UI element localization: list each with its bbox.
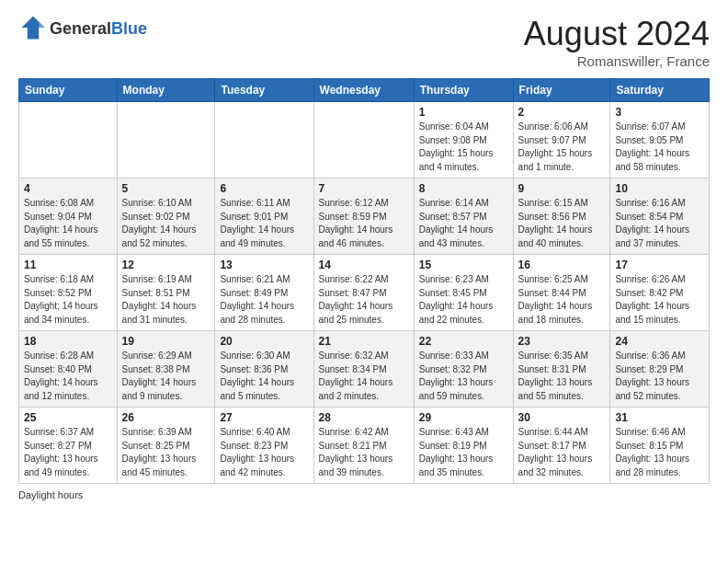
logo: GeneralBlue (18, 15, 147, 44)
calendar-week-5: 25Sunrise: 6:37 AMSunset: 8:27 PMDayligh… (19, 408, 710, 484)
calendar-cell: 28Sunrise: 6:42 AMSunset: 8:21 PMDayligh… (313, 408, 414, 484)
day-info: Sunrise: 6:22 AMSunset: 8:47 PMDaylight:… (319, 273, 409, 327)
title-block: August 2024 Romanswiller, France (524, 15, 710, 69)
day-number: 1 (419, 106, 508, 119)
calendar-cell: 1Sunrise: 6:04 AMSunset: 9:08 PMDaylight… (414, 102, 513, 178)
calendar-cell: 19Sunrise: 6:29 AMSunset: 8:38 PMDayligh… (117, 331, 215, 408)
day-info: Sunrise: 6:37 AMSunset: 8:27 PMDaylight:… (24, 426, 112, 479)
logo-icon (20, 15, 46, 40)
day-number: 16 (518, 259, 606, 271)
day-info: Sunrise: 6:18 AMSunset: 8:52 PMDaylight:… (24, 273, 112, 327)
calendar-cell: 6Sunrise: 6:11 AMSunset: 9:01 PMDaylight… (215, 178, 313, 255)
day-info: Sunrise: 6:40 AMSunset: 8:23 PMDaylight:… (220, 426, 308, 479)
calendar-header-row: SundayMondayTuesdayWednesdayThursdayFrid… (19, 79, 710, 102)
day-info: Sunrise: 6:29 AMSunset: 8:38 PMDaylight:… (122, 350, 210, 403)
day-info: Sunrise: 6:42 AMSunset: 8:21 PMDaylight:… (319, 426, 409, 479)
day-number: 2 (518, 106, 606, 119)
day-info: Sunrise: 6:39 AMSunset: 8:25 PMDaylight:… (122, 426, 210, 479)
calendar-cell: 12Sunrise: 6:19 AMSunset: 8:51 PMDayligh… (117, 255, 215, 331)
location: Romanswiller, France (524, 53, 710, 69)
day-number: 11 (24, 259, 112, 271)
day-number: 28 (319, 411, 409, 424)
day-info: Sunrise: 6:15 AMSunset: 8:56 PMDaylight:… (518, 197, 606, 250)
day-number: 23 (518, 335, 606, 348)
calendar-cell: 7Sunrise: 6:12 AMSunset: 8:59 PMDaylight… (313, 178, 414, 255)
day-number: 3 (615, 106, 704, 119)
day-info: Sunrise: 6:43 AMSunset: 8:19 PMDaylight:… (419, 426, 508, 479)
calendar-cell: 3Sunrise: 6:07 AMSunset: 9:05 PMDaylight… (610, 102, 710, 178)
day-number: 9 (518, 182, 606, 195)
day-number: 27 (220, 411, 308, 424)
calendar-cell: 31Sunrise: 6:46 AMSunset: 8:15 PMDayligh… (610, 408, 710, 484)
day-info: Sunrise: 6:23 AMSunset: 8:45 PMDaylight:… (419, 273, 508, 327)
calendar-header-wednesday: Wednesday (313, 79, 414, 102)
day-number: 10 (615, 182, 704, 195)
day-info: Sunrise: 6:06 AMSunset: 9:07 PMDaylight:… (518, 121, 606, 174)
calendar-cell (117, 102, 215, 178)
calendar-cell: 20Sunrise: 6:30 AMSunset: 8:36 PMDayligh… (215, 331, 313, 408)
day-info: Sunrise: 6:07 AMSunset: 9:05 PMDaylight:… (615, 121, 704, 174)
svg-marker-1 (39, 22, 44, 28)
calendar-cell: 11Sunrise: 6:18 AMSunset: 8:52 PMDayligh… (19, 255, 118, 331)
calendar-cell: 25Sunrise: 6:37 AMSunset: 8:27 PMDayligh… (19, 408, 118, 484)
calendar-header-monday: Monday (117, 79, 215, 102)
calendar-cell: 26Sunrise: 6:39 AMSunset: 8:25 PMDayligh… (117, 408, 215, 484)
day-number: 15 (419, 259, 508, 271)
day-number: 19 (122, 335, 210, 348)
calendar-cell: 22Sunrise: 6:33 AMSunset: 8:32 PMDayligh… (414, 331, 513, 408)
day-number: 30 (518, 411, 606, 424)
calendar-cell: 9Sunrise: 6:15 AMSunset: 8:56 PMDaylight… (513, 178, 610, 255)
calendar-cell: 24Sunrise: 6:36 AMSunset: 8:29 PMDayligh… (610, 331, 710, 408)
day-info: Sunrise: 6:12 AMSunset: 8:59 PMDaylight:… (319, 197, 409, 250)
calendar-cell: 30Sunrise: 6:44 AMSunset: 8:17 PMDayligh… (513, 408, 610, 484)
day-number: 20 (220, 335, 308, 348)
calendar-cell: 16Sunrise: 6:25 AMSunset: 8:44 PMDayligh… (513, 255, 610, 331)
day-info: Sunrise: 6:04 AMSunset: 9:08 PMDaylight:… (419, 121, 508, 174)
calendar-cell (313, 102, 414, 178)
day-info: Sunrise: 6:26 AMSunset: 8:42 PMDaylight:… (615, 273, 704, 327)
day-info: Sunrise: 6:46 AMSunset: 8:15 PMDaylight:… (615, 426, 704, 479)
calendar-cell (19, 102, 118, 178)
calendar-week-3: 11Sunrise: 6:18 AMSunset: 8:52 PMDayligh… (19, 255, 710, 331)
day-number: 13 (220, 259, 308, 271)
calendar-header-saturday: Saturday (610, 79, 710, 102)
day-info: Sunrise: 6:19 AMSunset: 8:51 PMDaylight:… (122, 273, 210, 327)
day-number: 12 (122, 259, 210, 271)
calendar-week-2: 4Sunrise: 6:08 AMSunset: 9:04 PMDaylight… (19, 178, 710, 255)
day-number: 24 (615, 335, 704, 348)
day-number: 4 (24, 182, 112, 195)
day-number: 25 (24, 411, 112, 424)
day-info: Sunrise: 6:16 AMSunset: 8:54 PMDaylight:… (615, 197, 704, 250)
calendar-cell: 4Sunrise: 6:08 AMSunset: 9:04 PMDaylight… (19, 178, 118, 255)
day-info: Sunrise: 6:36 AMSunset: 8:29 PMDaylight:… (615, 350, 704, 403)
day-number: 29 (419, 411, 508, 424)
day-number: 6 (220, 182, 308, 195)
calendar: SundayMondayTuesdayWednesdayThursdayFrid… (18, 78, 710, 484)
day-number: 31 (615, 411, 704, 424)
logo-general-text: General (50, 19, 111, 38)
calendar-cell: 27Sunrise: 6:40 AMSunset: 8:23 PMDayligh… (215, 408, 313, 484)
month-title: August 2024 (524, 15, 710, 53)
header: GeneralBlue August 2024 Romanswiller, Fr… (18, 15, 710, 69)
day-info: Sunrise: 6:35 AMSunset: 8:31 PMDaylight:… (518, 350, 606, 403)
day-number: 7 (319, 182, 409, 195)
day-number: 5 (122, 182, 210, 195)
calendar-cell: 14Sunrise: 6:22 AMSunset: 8:47 PMDayligh… (313, 255, 414, 331)
calendar-header-friday: Friday (513, 79, 610, 102)
footer: Daylight hours (18, 489, 710, 500)
day-number: 26 (122, 411, 210, 424)
calendar-cell: 10Sunrise: 6:16 AMSunset: 8:54 PMDayligh… (610, 178, 710, 255)
day-number: 22 (419, 335, 508, 348)
calendar-cell: 18Sunrise: 6:28 AMSunset: 8:40 PMDayligh… (19, 331, 118, 408)
calendar-header-tuesday: Tuesday (215, 79, 313, 102)
day-info: Sunrise: 6:28 AMSunset: 8:40 PMDaylight:… (24, 350, 112, 403)
calendar-header-thursday: Thursday (414, 79, 513, 102)
day-info: Sunrise: 6:33 AMSunset: 8:32 PMDaylight:… (419, 350, 508, 403)
calendar-cell: 2Sunrise: 6:06 AMSunset: 9:07 PMDaylight… (513, 102, 610, 178)
day-info: Sunrise: 6:08 AMSunset: 9:04 PMDaylight:… (24, 197, 112, 250)
calendar-cell: 5Sunrise: 6:10 AMSunset: 9:02 PMDaylight… (117, 178, 215, 255)
calendar-cell: 21Sunrise: 6:32 AMSunset: 8:34 PMDayligh… (313, 331, 414, 408)
day-info: Sunrise: 6:25 AMSunset: 8:44 PMDaylight:… (518, 273, 606, 327)
day-info: Sunrise: 6:11 AMSunset: 9:01 PMDaylight:… (220, 197, 308, 250)
day-number: 18 (24, 335, 112, 348)
